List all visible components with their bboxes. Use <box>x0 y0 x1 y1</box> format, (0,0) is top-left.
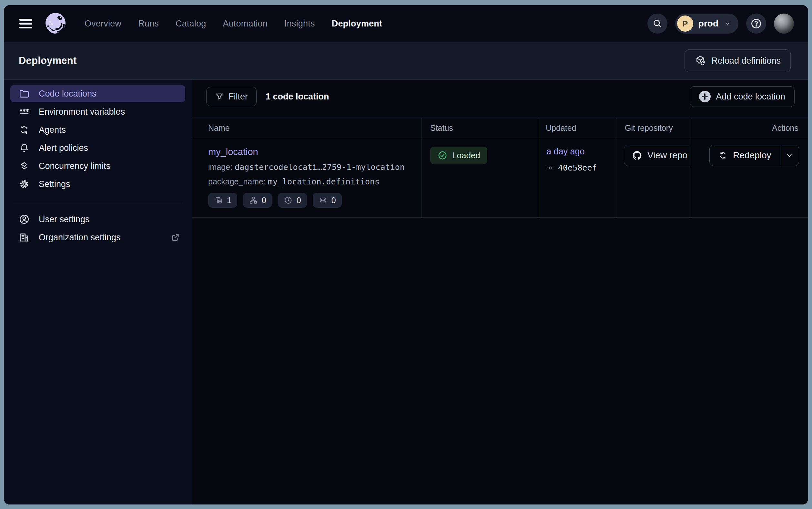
page-header: Deployment Reload definitions <box>4 42 808 80</box>
agents-cycle-icon <box>19 124 30 135</box>
sidebar-item-organization-settings[interactable]: Organization settings <box>10 229 185 246</box>
updated-time-link[interactable]: a day ago <box>546 147 585 157</box>
building-icon <box>19 232 30 243</box>
help-button[interactable] <box>746 13 766 34</box>
app-window: Overview Runs Catalog Automation Insight… <box>4 5 808 505</box>
user-circle-icon <box>19 214 30 225</box>
column-header-actions: Actions <box>691 118 808 138</box>
check-circle-icon <box>437 150 448 161</box>
cell-status: Loaded <box>422 138 538 217</box>
redeploy-menu-button[interactable] <box>780 145 799 166</box>
code-location-count: 1 code location <box>266 92 329 102</box>
jobs-count-chip[interactable]: 1 <box>208 193 237 208</box>
page-title: Deployment <box>19 55 76 67</box>
env-vars-icon <box>19 106 30 117</box>
sidebar-item-code-locations[interactable]: Code locations <box>10 85 185 102</box>
graphs-count-chip[interactable]: 0 <box>243 193 272 208</box>
search-button[interactable] <box>648 13 667 34</box>
status-badge: Loaded <box>430 147 487 164</box>
navbar-right-cluster: P prod <box>648 13 794 34</box>
top-navbar: Overview Runs Catalog Automation Insight… <box>4 5 808 42</box>
deployment-switcher[interactable]: P prod <box>675 13 738 34</box>
sidebar-item-label: Alert policies <box>39 143 88 153</box>
schedule-clock-icon <box>284 196 293 205</box>
sidebar-item-agents[interactable]: Agents <box>10 121 185 139</box>
search-icon <box>652 19 663 29</box>
code-locations-main: Filter 1 code location Add code location… <box>192 80 808 505</box>
deployment-sidebar: Code locations Environment variables <box>4 80 192 505</box>
table-row: my_location image: dagstercodelocati…275… <box>192 138 808 218</box>
dagster-logo-icon[interactable] <box>43 11 68 36</box>
redeploy-button[interactable]: Redeploy <box>710 145 779 166</box>
add-code-location-button[interactable]: Add code location <box>690 86 795 107</box>
github-icon <box>632 150 642 161</box>
sidebar-item-label: User settings <box>39 214 90 225</box>
help-icon <box>750 18 762 29</box>
sidebar-item-environment-variables[interactable]: Environment variables <box>10 103 185 121</box>
table-header-row: Name Status Updated Git repository Actio… <box>192 117 808 138</box>
sensors-count-chip[interactable]: 0 <box>313 193 342 208</box>
definition-count-chips: 1 <box>208 193 421 208</box>
nav-item-catalog[interactable]: Catalog <box>176 19 206 29</box>
code-locations-toolbar: Filter 1 code location Add code location <box>192 86 808 107</box>
sensor-icon <box>319 196 328 205</box>
redeploy-icon <box>718 150 728 160</box>
nav-item-automation[interactable]: Automation <box>223 19 267 29</box>
sidebar-item-label: Environment variables <box>39 107 125 117</box>
cell-git-repository: View repo <box>617 138 691 217</box>
external-link-icon <box>171 233 180 242</box>
cell-actions: Redeploy <box>691 138 808 217</box>
reload-definitions-icon <box>695 55 706 67</box>
nav-item-insights[interactable]: Insights <box>284 19 315 29</box>
commit-hash: 40e58eef <box>558 163 597 172</box>
sidebar-divider <box>13 202 183 202</box>
gear-icon <box>19 179 30 190</box>
sidebar-item-label: Concurrency limits <box>39 161 110 171</box>
sidebar-item-label: Settings <box>39 179 70 189</box>
sidebar-item-label: Agents <box>39 125 66 135</box>
nav-item-runs[interactable]: Runs <box>138 19 159 29</box>
plus-circle-icon <box>699 91 711 102</box>
user-avatar[interactable] <box>774 13 794 34</box>
cell-name: my_location image: dagstercodelocati…275… <box>192 138 422 217</box>
filter-icon <box>215 92 224 101</box>
folder-icon <box>19 88 30 99</box>
column-header-git-repository: Git repository <box>617 118 691 138</box>
jobs-table-icon <box>214 196 223 205</box>
cell-updated: a day ago 40e58eef <box>538 138 617 217</box>
nav-item-overview[interactable]: Overview <box>84 19 121 29</box>
image-line: image: dagstercodelocati…2759-1-mylocati… <box>208 163 421 172</box>
reload-definitions-button[interactable]: Reload definitions <box>685 49 791 72</box>
bell-icon <box>19 142 30 154</box>
sidebar-item-alert-policies[interactable]: Alert policies <box>10 139 185 157</box>
code-location-link[interactable]: my_location <box>208 147 258 157</box>
graph-hierarchy-icon <box>249 196 258 205</box>
commit-icon <box>546 164 554 172</box>
schedules-count-chip[interactable]: 0 <box>278 193 307 208</box>
chevron-down-icon <box>724 20 731 28</box>
package-line: package_name: my_location.definitions <box>208 177 421 186</box>
sidebar-item-concurrency-limits[interactable]: Concurrency limits <box>10 157 185 175</box>
column-header-updated: Updated <box>538 118 617 138</box>
nav-item-deployment[interactable]: Deployment <box>332 19 382 29</box>
deployment-name: prod <box>698 19 718 29</box>
sidebar-item-settings[interactable]: Settings <box>10 175 185 193</box>
menu-icon[interactable] <box>20 19 32 28</box>
sidebar-item-label: Organization settings <box>39 233 121 243</box>
sidebar-item-label: Code locations <box>39 89 97 99</box>
deployment-initial-badge: P <box>677 15 693 32</box>
chevron-down-icon <box>785 151 793 160</box>
column-header-name: Name <box>192 118 422 138</box>
code-locations-table: Name Status Updated Git repository Actio… <box>192 117 808 218</box>
sidebar-item-user-settings[interactable]: User settings <box>10 211 185 228</box>
redeploy-split-button: Redeploy <box>709 145 799 166</box>
view-repo-button[interactable]: View repo <box>624 145 691 166</box>
filter-button[interactable]: Filter <box>206 87 257 106</box>
column-header-status: Status <box>422 118 538 138</box>
primary-nav: Overview Runs Catalog Automation Insight… <box>84 19 382 29</box>
layers-icon <box>19 161 30 171</box>
commit-line: 40e58eef <box>546 163 616 172</box>
